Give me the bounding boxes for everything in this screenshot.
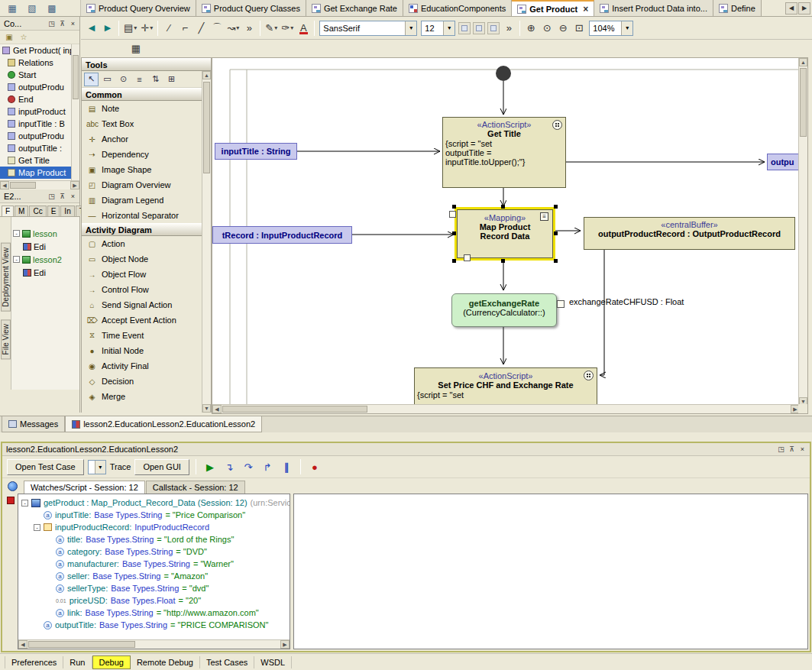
palette-item-horizontal-separator[interactable]: ―Horizontal Separator▾	[82, 208, 211, 223]
expander-icon[interactable]	[13, 256, 20, 263]
marquee-tool-icon[interactable]: ▭	[100, 73, 115, 86]
palette-item-initial-node[interactable]: ●Initial Node	[82, 343, 211, 358]
pin-panel-icon[interactable]: ⊼	[57, 191, 67, 201]
containment-item-outputproduct2[interactable]: outputProdu	[0, 130, 79, 142]
line-style-oblique-icon[interactable]: ╱	[193, 20, 209, 37]
output-pin[interactable]	[464, 254, 471, 261]
session-select[interactable]: ▾	[88, 460, 106, 474]
explorer-tab[interactable]: Cc	[29, 206, 46, 216]
expander-icon[interactable]	[21, 500, 28, 507]
status-tab-remote-debug[interactable]: Remote Debug	[131, 656, 200, 668]
watch-row-link[interactable]: link: Base Types.String = "http://www.am…	[18, 607, 290, 619]
object-node-input-title[interactable]: inputTitle : String	[215, 143, 297, 160]
canvas-vertical-scrollbar[interactable]: ▲ ▼	[798, 58, 807, 406]
dropdown-icon[interactable]: ▾	[236, 24, 239, 31]
palette-item-time-event[interactable]: ⧖Time Event	[82, 328, 211, 343]
palette-item-control-flow[interactable]: →Control Flow	[82, 282, 211, 297]
tab-deployment-view[interactable]: Deployment View	[1, 243, 11, 312]
zoom-reset-icon[interactable]: ⊙	[539, 20, 555, 37]
toolbar-overflow-icon[interactable]: »	[241, 20, 257, 37]
palette-item-action[interactable]: ▢Action▾	[82, 236, 211, 251]
action-set-price-chf[interactable]: «ActionScript» Set Price CHF and Exchang…	[414, 367, 597, 406]
tab-scroll-right-icon[interactable]: ▶	[798, 2, 810, 15]
palette-item-note[interactable]: ▤Note▾	[82, 101, 211, 116]
input-pin[interactable]	[449, 211, 456, 218]
object-node-output-clipped[interactable]: outpu	[767, 154, 800, 170]
zoom-out-icon[interactable]: ⊖	[555, 20, 571, 37]
zoom-in-icon[interactable]: ⊕	[523, 20, 539, 37]
clear-format-icon[interactable]	[487, 22, 500, 34]
tab-education-components[interactable]: EducationComponents	[403, 0, 512, 16]
containment-item-inputtitle[interactable]: inputTitle : B	[0, 118, 79, 130]
palette-item-send-signal[interactable]: ⌂Send Signal Action	[82, 297, 211, 312]
forward-icon[interactable]: ▶	[100, 20, 115, 37]
trace-toggle[interactable]: Trace	[110, 462, 131, 471]
palette-item-decision[interactable]: ◇Decision	[82, 374, 211, 389]
status-tab-run[interactable]: Run	[63, 656, 92, 668]
project-icon[interactable]: ▦	[3, 2, 21, 15]
model-icon[interactable]: ▩	[43, 2, 61, 15]
central-buffer-node[interactable]: «centralBuffer» outputProductRecord : Ou…	[584, 217, 795, 250]
scroll-left-icon[interactable]: ◀	[212, 405, 222, 413]
containment-item-outputproduct[interactable]: outputProdu	[0, 81, 79, 93]
palette-item-dependency[interactable]: ⇢Dependency	[82, 147, 211, 162]
action-get-title[interactable]: «ActionScript» Get Title {script = "set …	[442, 117, 566, 188]
tab-watches-script[interactable]: Watches/Script - Session: 12	[24, 481, 145, 494]
status-tab-wsdl[interactable]: WSDL	[254, 656, 292, 668]
containment-item-start[interactable]: Start	[0, 69, 79, 81]
watch-row-manufacturer[interactable]: manufacturer: Base Types.String = "Warne…	[18, 558, 290, 570]
select-tool-icon[interactable]: ↖	[84, 73, 99, 86]
scroll-down-icon[interactable]: ▼	[202, 404, 211, 413]
toolbar-overflow-icon[interactable]: »	[501, 20, 516, 37]
tab-product-query-classes[interactable]: Product Query Classes	[196, 0, 306, 16]
tab-define[interactable]: Define	[713, 0, 762, 16]
zoom-level-select[interactable]: 104% ▾	[589, 21, 633, 36]
palette-item-anchor[interactable]: ✛Anchor▾	[82, 131, 211, 147]
watch-row-priceusd[interactable]: 0.01 priceUSD: Base Types.Float = "20"	[18, 594, 290, 607]
palette-item-merge[interactable]: ◈Merge	[82, 389, 211, 404]
align-tool-icon[interactable]: ≡	[132, 73, 147, 86]
tab-product-query-overview[interactable]: Product Query Overview	[81, 0, 196, 16]
line-style-straight-icon[interactable]: ∕	[161, 20, 176, 37]
status-tab-debug[interactable]: Debug	[92, 655, 131, 669]
scroll-right-icon[interactable]: ▶	[70, 181, 79, 189]
zoom-fit-icon[interactable]: ⊡	[571, 20, 587, 37]
containment-item-outputtitle[interactable]: outputTitle :	[0, 142, 79, 154]
format-painter-icon[interactable]	[458, 22, 471, 34]
stop-session-icon[interactable]: ●	[307, 459, 322, 474]
status-tab-preferences[interactable]: Preferences	[5, 656, 63, 668]
dropdown-icon[interactable]: ▾	[405, 21, 416, 35]
palette-item-diagram-legend[interactable]: ▥Diagram Legend	[82, 193, 211, 208]
tab-get-product[interactable]: Get Product ×	[512, 0, 594, 16]
call-behavior-get-exchange-rate[interactable]: getExchangeRate (CurrencyCalculator::)	[451, 293, 557, 327]
tab-lesson2-debugger[interactable]: lesson2.EducationLesson2.EducationLesson…	[65, 416, 262, 432]
dropdown-icon[interactable]: ▾	[290, 24, 293, 31]
object-node-input-record[interactable]: tRecord : InputProductRecord	[212, 226, 352, 244]
tree-item-lesson2[interactable]: lesson2	[11, 253, 79, 266]
dropdown-icon[interactable]: ▾	[134, 24, 137, 31]
palette-item-image-shape[interactable]: ▣Image Shape	[82, 162, 211, 177]
watch-row-seller[interactable]: seller: Base Types.String = "Amazon"	[18, 570, 290, 582]
step-over-icon[interactable]: ↷	[241, 459, 256, 474]
pin-panel-icon[interactable]: ⊼	[57, 18, 67, 28]
magnifier-tool-icon[interactable]: ⊙	[116, 73, 131, 86]
containment-horizontal-scrollbar[interactable]: ◀ ▶	[0, 180, 79, 189]
tab-insert-product-data[interactable]: Insert Product Data into...	[594, 0, 713, 16]
watch-row-category[interactable]: category: Base Types.String = "DVD"	[18, 545, 290, 558]
font-size-select[interactable]: 12 ▾	[421, 21, 455, 36]
scroll-right-icon[interactable]: ▶	[280, 640, 290, 649]
palette-item-accept-event[interactable]: ⌦Accept Event Action	[82, 312, 211, 328]
palette-item-activity-final[interactable]: ◉Activity Final	[82, 358, 211, 374]
containment-item-get-title[interactable]: Get Title	[0, 154, 79, 167]
diagram-properties-icon[interactable]: ▦	[128, 40, 144, 57]
close-tab-icon[interactable]: ×	[583, 4, 588, 15]
font-color-icon[interactable]: A	[296, 20, 311, 37]
copy-format-icon[interactable]	[473, 22, 485, 34]
palette-header-tools[interactable]: Tools	[82, 58, 211, 71]
distribute-tool-icon[interactable]: ⇅	[148, 73, 163, 86]
step-into-icon[interactable]: ↴	[222, 459, 237, 474]
step-out-icon[interactable]: ↱	[260, 459, 275, 474]
containment-favorites-icon[interactable]: ☆	[18, 31, 30, 43]
open-gui-button[interactable]: Open GUI	[134, 459, 189, 475]
canvas-horizontal-scrollbar[interactable]: ◀ ▶	[212, 404, 800, 413]
